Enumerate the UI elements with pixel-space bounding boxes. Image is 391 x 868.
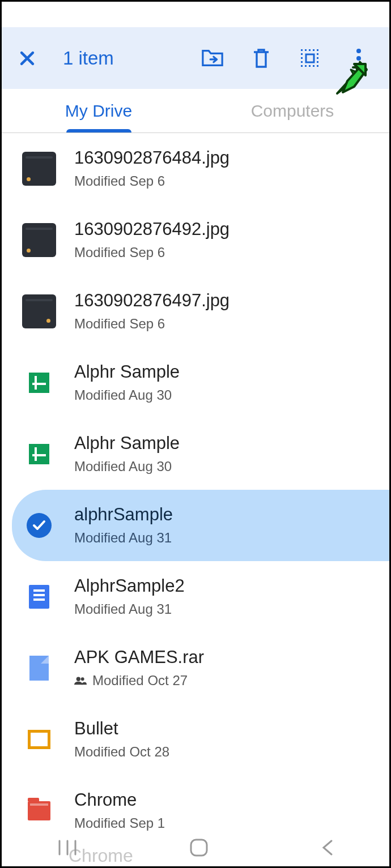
svg-rect-3 xyxy=(309,49,311,51)
file-modified: Modified Sep 6 xyxy=(74,173,389,189)
file-modified: Modified Sep 6 xyxy=(74,316,389,332)
file-row[interactable]: Alphr SampleModified Aug 30 xyxy=(2,347,389,418)
file-row[interactable]: APK GAMES.rarModified Oct 27 xyxy=(2,632,389,704)
selection-action-bar: 1 item xyxy=(2,27,389,89)
file-modified: Modified Oct 28 xyxy=(74,744,389,760)
file-list: 1630902876484.jpgModified Sep 6163090287… xyxy=(2,133,389,846)
file-modified: Modified Aug 31 xyxy=(74,530,389,546)
file-modified: Modified Aug 30 xyxy=(74,387,389,403)
location-tabs: My Drive Computers xyxy=(2,89,389,133)
image-thumbnail xyxy=(22,223,56,257)
svg-rect-8 xyxy=(309,65,311,67)
sheets-icon xyxy=(29,373,49,393)
file-icon xyxy=(29,656,49,681)
file-name: Alphr Sample xyxy=(74,362,389,382)
file-name: 1630902876492.jpg xyxy=(74,220,389,239)
file-modified: Modified Sep 1 xyxy=(74,815,389,831)
slides-icon xyxy=(28,730,50,749)
svg-rect-16 xyxy=(317,61,318,63)
file-name: Alphr Sample xyxy=(74,434,389,453)
android-nav-bar xyxy=(2,831,389,866)
svg-point-18 xyxy=(356,56,361,61)
shared-icon xyxy=(74,676,87,685)
svg-rect-11 xyxy=(301,53,303,55)
select-all-button[interactable] xyxy=(299,47,321,70)
svg-rect-7 xyxy=(305,65,307,67)
home-button[interactable] xyxy=(188,837,210,861)
file-name: Bullet xyxy=(74,719,389,738)
svg-rect-13 xyxy=(301,61,303,63)
tab-my-drive[interactable]: My Drive xyxy=(2,89,196,132)
file-modified: Modified Oct 27 xyxy=(74,673,389,689)
svg-rect-22 xyxy=(191,840,207,856)
file-name: 1630902876497.jpg xyxy=(74,291,389,310)
svg-rect-4 xyxy=(313,49,314,51)
delete-button[interactable] xyxy=(250,47,273,70)
svg-point-20 xyxy=(76,677,80,681)
svg-point-21 xyxy=(81,677,84,681)
selection-count: 1 item xyxy=(63,48,201,69)
file-row[interactable]: 1630902876492.jpgModified Sep 6 xyxy=(2,204,389,276)
svg-rect-12 xyxy=(301,57,303,59)
svg-rect-1 xyxy=(301,49,303,51)
file-row[interactable]: alphrSampleModified Aug 31 xyxy=(12,490,389,561)
svg-rect-15 xyxy=(317,57,318,59)
svg-rect-14 xyxy=(317,53,318,55)
sheets-icon xyxy=(29,444,49,464)
file-row[interactable]: 1630902876484.jpgModified Sep 6 xyxy=(2,133,389,204)
close-selection-button[interactable] xyxy=(18,49,52,68)
image-thumbnail xyxy=(22,152,56,186)
file-row[interactable]: AlphrSample2Modified Aug 31 xyxy=(2,561,389,632)
svg-rect-0 xyxy=(306,54,314,62)
svg-rect-2 xyxy=(305,49,307,51)
image-thumbnail xyxy=(22,294,56,328)
tab-computers[interactable]: Computers xyxy=(196,89,389,132)
move-button[interactable] xyxy=(201,47,224,70)
file-modified: Modified Aug 31 xyxy=(74,601,389,617)
file-name: Chrome xyxy=(74,790,389,810)
svg-rect-5 xyxy=(317,49,318,51)
recents-button[interactable] xyxy=(56,839,79,858)
svg-rect-9 xyxy=(313,65,314,67)
file-name: AlphrSample2 xyxy=(74,576,389,596)
file-row[interactable]: BulletModified Oct 28 xyxy=(2,704,389,775)
file-row[interactable]: 1630902876497.jpgModified Sep 6 xyxy=(2,276,389,347)
file-name: alphrSample xyxy=(74,505,389,524)
svg-point-19 xyxy=(356,63,361,68)
svg-rect-6 xyxy=(301,65,303,67)
video-folder-icon xyxy=(28,801,50,820)
file-modified: Modified Aug 30 xyxy=(74,459,389,474)
more-options-button[interactable] xyxy=(347,47,370,70)
file-row[interactable]: Alphr SampleModified Aug 30 xyxy=(2,418,389,490)
back-button[interactable] xyxy=(319,839,335,859)
file-name: APK GAMES.rar xyxy=(74,648,389,667)
docs-icon xyxy=(29,585,49,609)
file-modified: Modified Sep 6 xyxy=(74,245,389,260)
svg-rect-10 xyxy=(317,65,318,67)
file-name: 1630902876484.jpg xyxy=(74,148,389,168)
svg-point-17 xyxy=(356,49,361,53)
checkmark-icon xyxy=(27,513,52,538)
